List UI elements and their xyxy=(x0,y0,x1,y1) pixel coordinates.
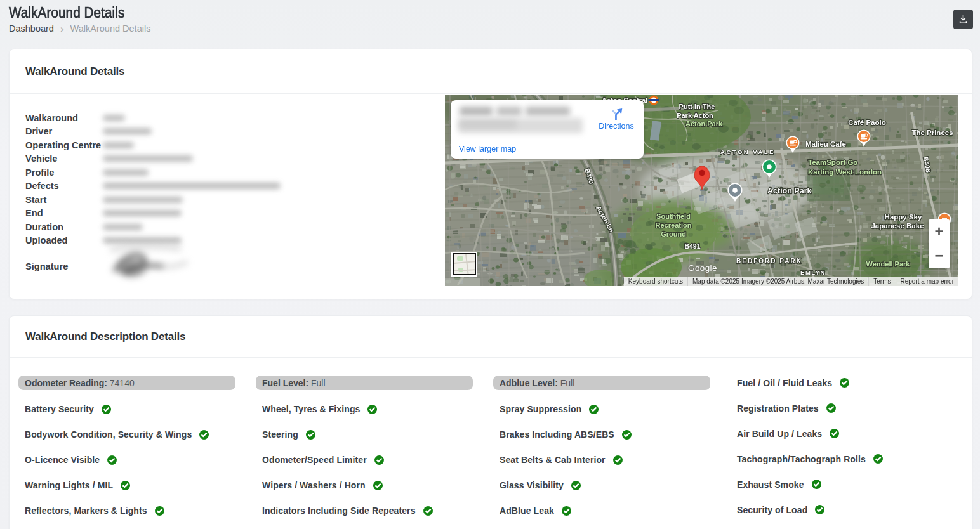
svg-text:Karting West London: Karting West London xyxy=(808,168,882,176)
svg-text:Southfield: Southfield xyxy=(656,212,691,220)
svg-text:TeamSport Go: TeamSport Go xyxy=(808,159,858,166)
svg-text:B491: B491 xyxy=(684,242,700,250)
svg-text:Malieu Cafe: Malieu Cafe xyxy=(805,140,846,148)
svg-text:Putt In The: Putt In The xyxy=(679,103,715,110)
svg-text:EMLYN: EMLYN xyxy=(800,269,826,276)
svg-text:BEDFORD PARK: BEDFORD PARK xyxy=(736,258,802,264)
svg-text:Café Paolo: Café Paolo xyxy=(848,119,885,126)
svg-text:Wendell Park: Wendell Park xyxy=(866,260,911,268)
svg-text:Ground: Ground xyxy=(661,230,686,238)
svg-text:ACTON VALE: ACTON VALE xyxy=(720,148,775,155)
svg-text:Japanese Bake: Japanese Bake xyxy=(871,222,924,230)
svg-text:Park Acton: Park Acton xyxy=(677,112,713,119)
svg-text:Acton Park: Acton Park xyxy=(685,120,723,127)
svg-text:Recreation: Recreation xyxy=(656,221,692,229)
svg-text:The Princes: The Princes xyxy=(911,129,953,136)
svg-text:Action Park: Action Park xyxy=(767,186,812,195)
svg-text:Happy Sky: Happy Sky xyxy=(885,213,922,221)
